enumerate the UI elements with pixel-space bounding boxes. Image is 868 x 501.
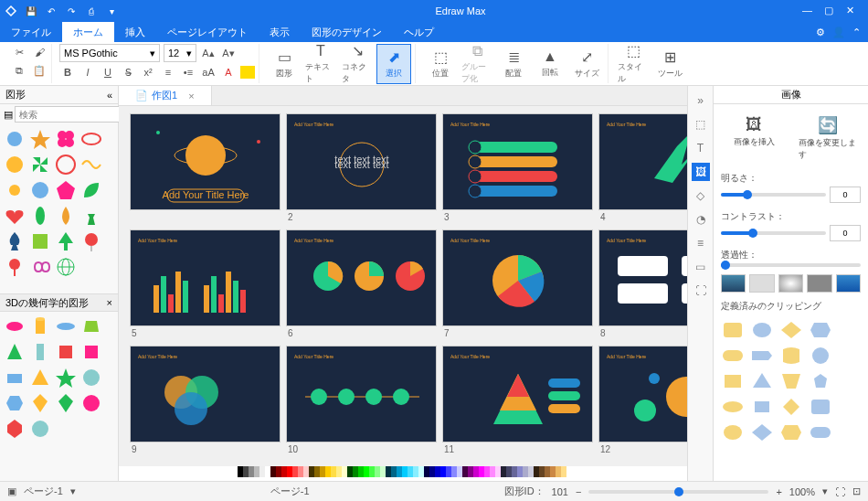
clip-shape[interactable] [750,346,774,366]
close-tab-icon[interactable]: × [188,91,194,101]
3d-cone-icon[interactable] [4,341,26,363]
toolstrip-list-icon[interactable]: ≡ [692,234,710,252]
color-palette[interactable] [119,466,687,481]
line-spacing-icon[interactable]: ≡ [160,64,176,80]
3d-torus-icon[interactable] [4,315,26,337]
shape-leaf2-icon[interactable] [29,205,51,227]
clip-shape[interactable] [779,371,803,391]
slide-thumbnail[interactable]: Add Your Title Here [130,113,281,222]
slide-thumbnail[interactable]: Add Your Title Here10 [286,346,437,454]
toolstrip-text-icon[interactable]: T [692,139,710,157]
underline-icon[interactable]: U [100,64,116,80]
format-painter-icon[interactable]: 🖌 [31,44,48,60]
settings-icon[interactable]: ⚙ [816,27,825,38]
filter-thumb[interactable] [721,274,746,293]
slide-thumbnail[interactable]: Add Your Title Heretext text texttext te… [286,113,437,222]
minimize-icon[interactable]: — [802,5,815,17]
3d-star-icon[interactable] [55,367,77,389]
shape-pentagon-icon[interactable] [55,179,77,201]
shape-pinwheel-icon[interactable] [29,154,51,176]
shape-sun-icon[interactable] [4,179,26,201]
zoom-in-icon[interactable]: + [776,486,781,497]
clip-shape[interactable] [750,320,774,340]
canvas[interactable]: Add Your Title HereAdd Your Title Herete… [119,106,687,466]
3d-poly-icon[interactable] [80,392,102,414]
fullscreen-icon[interactable]: ⊡ [852,485,861,497]
3d-box-icon[interactable] [4,367,26,389]
shape-pin-icon[interactable] [4,256,26,278]
menu-help[interactable]: ヘルプ [393,22,445,42]
shape-star-icon[interactable] [29,128,51,150]
3d-cylinder-icon[interactable] [29,315,51,337]
grow-font-icon[interactable]: A▴ [200,45,217,61]
shape-leaf-icon[interactable] [80,179,102,201]
menu-home[interactable]: ホーム [62,22,114,42]
clip-shape[interactable] [721,371,745,391]
slide-thumbnail[interactable]: Add Your Title Here12 [598,346,687,454]
highlight-icon[interactable] [240,66,255,79]
shape-circle-icon[interactable] [29,179,51,201]
toolstrip-expand-icon[interactable]: » [692,91,710,110]
brightness-value[interactable]: 0 [830,187,861,203]
document-tab[interactable]: 📄 作図1 × [119,86,212,105]
shape-oval-icon[interactable] [80,128,102,150]
cut-icon[interactable]: ✂ [11,44,27,60]
italic-icon[interactable]: I [79,64,96,80]
shape-puzzle-icon[interactable] [29,230,51,252]
size-tool[interactable]: ⤢サイズ [569,44,604,84]
menu-view[interactable]: 表示 [259,22,301,42]
menu-page-layout[interactable]: ページレイアウト [156,22,259,42]
paste-icon[interactable]: 📋 [31,62,48,79]
contrast-slider[interactable] [721,231,826,235]
copy-icon[interactable]: ⧉ [11,62,27,79]
connector-tool[interactable]: ↘コネクタ [340,44,375,84]
rotate-tool[interactable]: ▲回転 [533,44,567,84]
clip-shape[interactable] [809,422,832,442]
shape-tool[interactable]: ▭図形 [267,44,302,84]
maximize-icon[interactable]: ▢ [824,5,837,17]
clip-shape[interactable] [809,320,832,340]
clip-shape[interactable] [750,397,774,417]
tool-menu[interactable]: ⊞ツール [652,44,687,84]
page-view-icon[interactable]: ▣ [7,485,16,497]
zoom-slider[interactable] [588,490,768,494]
font-family-select[interactable]: MS PGothic▾ [59,44,160,62]
brightness-slider[interactable] [721,193,826,197]
style-tool[interactable]: ⬚スタイル [616,44,651,84]
3d-tube-icon[interactable] [29,341,51,363]
slide-thumbnail[interactable]: Add Your Title Here4 [598,113,687,222]
clip-shape[interactable] [721,320,745,340]
shape-burst-icon[interactable] [4,154,26,176]
toolstrip-chart-icon[interactable]: ◔ [692,210,710,229]
strike-icon[interactable]: S̶ [120,64,136,80]
qat-more-icon[interactable]: ▾ [104,4,119,18]
slide-thumbnail[interactable]: Add Your Title Here11 [442,346,593,454]
3d-cube-icon[interactable] [55,341,77,363]
shape-drop-icon[interactable] [55,205,77,227]
select-tool[interactable]: ⬈選択 [376,44,411,84]
contrast-value[interactable]: 0 [830,225,861,241]
shape-spade-icon[interactable] [4,230,26,252]
3d-sphere-icon[interactable] [80,367,102,389]
toolstrip-shape-icon[interactable]: ◇ [692,187,710,205]
align-tool[interactable]: ≣配置 [496,44,531,84]
clip-shape[interactable] [809,371,832,391]
shape-category-3d[interactable]: 3Dの幾何学的図形× [0,293,118,312]
shrink-font-icon[interactable]: A▾ [220,45,237,61]
color-swatch[interactable] [561,466,566,477]
zoom-out-icon[interactable]: − [576,486,581,497]
clip-shape[interactable] [809,397,832,417]
clip-shape[interactable] [721,422,745,442]
filter-thumb[interactable] [836,274,861,293]
3d-trapezoid-icon[interactable] [80,315,102,337]
menu-file[interactable]: ファイル [0,22,62,42]
clip-shape[interactable] [721,346,745,366]
clip-shape[interactable] [779,346,803,366]
clip-shape[interactable] [779,422,803,442]
clip-shape[interactable] [779,320,803,340]
slide-thumbnail[interactable]: Add Your Title Here3 [442,113,593,222]
shape-flower-icon[interactable] [55,128,77,150]
shape-globe-icon[interactable] [55,256,77,278]
font-size-select[interactable]: 12▾ [164,44,196,62]
menu-insert[interactable]: 挿入 [114,22,156,42]
